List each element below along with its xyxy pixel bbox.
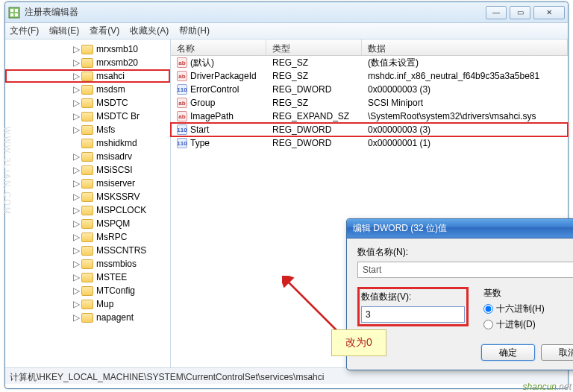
window-controls: — ▭ ✕ xyxy=(486,6,565,19)
tree-item-MSiSCSI[interactable]: ▷MSiSCSI xyxy=(5,163,170,177)
tree-item-label: msdsm xyxy=(96,84,125,95)
tree-item-msisadrv[interactable]: ▷msisadrv xyxy=(5,150,170,163)
tree-pane[interactable]: ▷mrxsmb10▷mrxsmb20▷msahci▷msdsm▷MSDTC▷MS… xyxy=(5,39,171,367)
expander-icon[interactable]: ▷ xyxy=(72,165,80,175)
radix-hex[interactable]: 十六进制(H) xyxy=(483,303,573,315)
expander-icon[interactable]: ▷ xyxy=(72,98,80,108)
radix-hex-radio[interactable] xyxy=(483,304,493,314)
expander-icon[interactable]: ▷ xyxy=(72,151,80,162)
expander-icon[interactable]: ▷ xyxy=(72,299,80,309)
value-data-highlight: 数值数据(V): xyxy=(357,287,469,326)
list-row[interactable]: abGroupREG_SZSCSI Miniport xyxy=(171,96,568,110)
tree-item-MSPCLOCK[interactable]: ▷MSPCLOCK xyxy=(5,203,170,217)
folder-icon xyxy=(81,72,93,81)
titlebar[interactable]: 注册表编辑器 — ▭ ✕ xyxy=(5,2,568,23)
value-type: REG_EXPAND_SZ xyxy=(266,111,362,121)
list-row[interactable]: abDriverPackageIdREG_SZmshdc.inf_x86_neu… xyxy=(171,69,568,83)
value-type: REG_DWORD xyxy=(266,84,362,95)
expander-icon[interactable]: ▷ xyxy=(72,285,80,296)
folder-icon xyxy=(81,233,93,242)
menu-edit[interactable]: 编辑(E) xyxy=(49,25,79,37)
close-button[interactable]: ✕ xyxy=(533,6,565,19)
content-area: ▷mrxsmb10▷mrxsmb20▷msahci▷msdsm▷MSDTC▷MS… xyxy=(5,39,568,367)
list-row[interactable]: 110TypeREG_DWORD0x00000001 (1) xyxy=(171,136,568,150)
folder-icon xyxy=(81,125,93,135)
expander-icon[interactable]: ▷ xyxy=(72,312,80,323)
value-data: SCSI Miniport xyxy=(362,98,568,108)
watermark: shancun.net xyxy=(523,382,572,392)
list-row[interactable]: 110ErrorControlREG_DWORD0x00000003 (3) xyxy=(171,83,568,96)
expander-icon[interactable]: ▷ xyxy=(72,205,80,215)
tree-item-label: msiserver xyxy=(96,178,135,189)
expander-icon[interactable]: ▷ xyxy=(72,218,80,229)
expander-icon[interactable]: ▷ xyxy=(72,192,80,202)
tree-item-napagent[interactable]: ▷napagent xyxy=(5,311,170,324)
string-icon: ab xyxy=(177,111,187,121)
dword-icon: 110 xyxy=(177,124,187,135)
expander-icon[interactable]: ▷ xyxy=(72,44,80,54)
expander-icon[interactable]: ▷ xyxy=(72,259,80,269)
tree-item-MsRPC[interactable]: ▷MsRPC xyxy=(5,230,170,244)
expander-icon[interactable]: ▷ xyxy=(72,124,80,135)
cancel-button[interactable]: 取消 xyxy=(541,344,573,361)
dialog-title: 编辑 DWORD (32 位)值 xyxy=(353,222,573,235)
list-row[interactable]: 110StartREG_DWORD0x00000003 (3) xyxy=(171,123,568,136)
tree-item-msiserver[interactable]: ▷msiserver xyxy=(5,177,170,190)
watermark-vertical: WWW.3LIAN.COM xyxy=(3,127,12,215)
tree-item-MSDTC[interactable]: ▷MSDTC xyxy=(5,96,170,110)
maximize-button[interactable]: ▭ xyxy=(510,6,530,19)
value-name: Group xyxy=(190,98,215,108)
folder-icon xyxy=(81,58,93,68)
value-name: DriverPackageId xyxy=(190,71,257,81)
ok-button[interactable]: 确定 xyxy=(481,344,535,361)
menu-help[interactable]: 帮助(H) xyxy=(179,25,210,37)
dialog-titlebar[interactable]: 编辑 DWORD (32 位)值 ✕ xyxy=(347,219,573,238)
tree-item-label: MSPCLOCK xyxy=(96,205,146,215)
menu-view[interactable]: 查看(V) xyxy=(90,25,119,37)
folder-icon xyxy=(81,112,93,121)
value-data-input[interactable] xyxy=(361,306,465,323)
expander-icon[interactable]: ▷ xyxy=(72,178,80,189)
expander-icon[interactable]: ▷ xyxy=(72,245,80,256)
value-name: Type xyxy=(190,138,210,148)
tree-item-MSPQM[interactable]: ▷MSPQM xyxy=(5,217,170,230)
value-type: REG_SZ xyxy=(266,57,362,68)
radix-dec-radio[interactable] xyxy=(483,320,493,329)
value-data: 0x00000003 (3) xyxy=(362,84,568,95)
tree-item-mshidkmd[interactable]: mshidkmd xyxy=(5,136,170,150)
tree-item-msahci[interactable]: ▷msahci xyxy=(5,69,170,83)
value-data: mshdc.inf_x86_neutral_f64b9c35a3a5be81 xyxy=(362,71,568,81)
list-row[interactable]: abImagePathREG_EXPAND_SZ\SystemRoot\syst… xyxy=(171,110,568,123)
tree-item-label: MSDTC Br xyxy=(96,111,140,121)
tree-item-MSSCNTRS[interactable]: ▷MSSCNTRS xyxy=(5,244,170,257)
col-header-name[interactable]: 名称 xyxy=(171,39,266,55)
list-pane[interactable]: 名称 类型 数据 ab(默认)REG_SZ(数值未设置)abDriverPack… xyxy=(171,39,568,367)
expander-icon[interactable]: ▷ xyxy=(72,232,80,242)
svg-rect-1 xyxy=(10,9,13,12)
list-row[interactable]: ab(默认)REG_SZ(数值未设置) xyxy=(171,56,568,69)
tree-item-mrxsmb20[interactable]: ▷mrxsmb20 xyxy=(5,56,170,69)
minimize-button[interactable]: — xyxy=(486,6,507,19)
expander-icon[interactable]: ▷ xyxy=(72,84,80,95)
tree-item-mssmbios[interactable]: ▷mssmbios xyxy=(5,257,170,271)
expander-icon[interactable]: ▷ xyxy=(72,272,80,282)
expander-icon[interactable]: ▷ xyxy=(72,111,80,121)
value-name: (默认) xyxy=(190,57,214,69)
tree-item-MSKSSRV[interactable]: ▷MSKSSRV xyxy=(5,190,170,203)
col-header-data[interactable]: 数据 xyxy=(362,39,568,55)
tree-item-MSDTC Br[interactable]: ▷MSDTC Br xyxy=(5,110,170,123)
col-header-type[interactable]: 类型 xyxy=(266,39,362,55)
tree-item-MTConfig[interactable]: ▷MTConfig xyxy=(5,284,170,297)
menu-favorites[interactable]: 收藏夹(A) xyxy=(130,25,169,37)
menu-file[interactable]: 文件(F) xyxy=(10,25,39,37)
tree-item-Mup[interactable]: ▷Mup xyxy=(5,297,170,311)
tree-item-msdsm[interactable]: ▷msdsm xyxy=(5,83,170,96)
tree-item-MSTEE[interactable]: ▷MSTEE xyxy=(5,271,170,284)
radix-dec[interactable]: 十进制(D) xyxy=(483,318,573,331)
tree-item-Msfs[interactable]: ▷Msfs xyxy=(5,123,170,136)
tree-item-mrxsmb10[interactable]: ▷mrxsmb10 xyxy=(5,42,170,56)
expander-icon[interactable]: ▷ xyxy=(72,57,80,68)
folder-icon xyxy=(81,139,93,148)
expander-icon[interactable]: ▷ xyxy=(72,71,80,81)
folder-icon xyxy=(81,219,93,229)
